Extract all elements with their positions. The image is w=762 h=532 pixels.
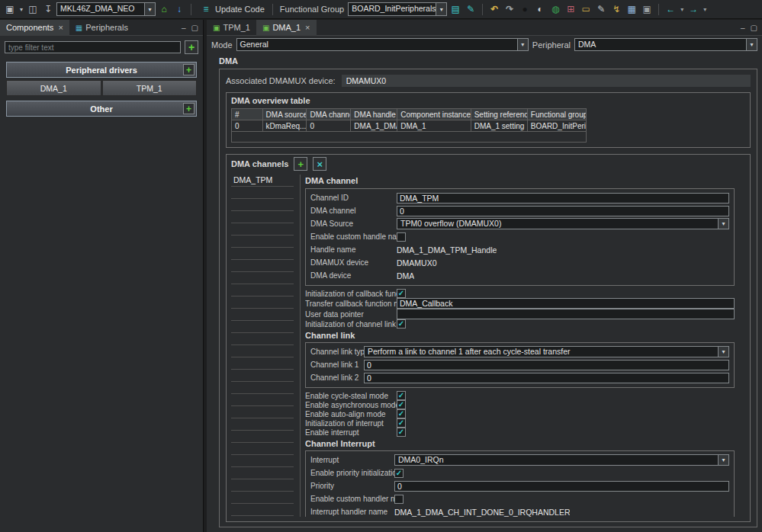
column-header[interactable]: # xyxy=(232,109,263,120)
chip-icon[interactable]: ▣ xyxy=(640,2,654,16)
overview-table[interactable]: # DMA source DMA channel DMA handle ID C… xyxy=(231,108,587,143)
section-peripheral-drivers[interactable]: Peripheral drivers + xyxy=(6,62,197,78)
pencil-icon[interactable]: ✎ xyxy=(594,2,608,16)
home-icon[interactable]: ⌂ xyxy=(157,2,171,16)
minimize-icon[interactable]: – xyxy=(182,24,186,32)
channel-list-item[interactable]: DMA_TPM xyxy=(231,175,294,187)
restore-icon[interactable]: ▢ xyxy=(751,24,757,32)
enable-interrupt-checkbox[interactable]: ✓ xyxy=(397,428,406,437)
remove-channel-button[interactable]: × xyxy=(313,157,326,171)
chevron-down-icon[interactable]: ▾ xyxy=(517,39,528,50)
tab-dma-1[interactable]: ▣ DMA_1 × xyxy=(256,20,317,36)
field-row-dma-channel: DMA channel xyxy=(310,204,729,217)
minimize-icon[interactable]: – xyxy=(741,24,745,32)
add-other-component-button[interactable]: + xyxy=(183,103,195,114)
column-header[interactable]: Setting reference xyxy=(471,109,527,120)
mode-combo[interactable]: General ▾ xyxy=(236,38,529,51)
component-dma-1-button[interactable]: DMA_1 xyxy=(6,80,101,96)
close-icon[interactable]: × xyxy=(305,23,310,32)
compare-icon[interactable]: ◐ xyxy=(533,2,547,16)
peripheral-value: DMA xyxy=(575,39,746,50)
field-row-user-data-pointer: User data pointer xyxy=(305,309,735,319)
field-row-interrupt: Interrupt DMA0_IRQn ▾ xyxy=(310,453,729,466)
chevron-down-icon[interactable]: ▾ xyxy=(436,3,446,15)
interrupt-combo[interactable]: DMA0_IRQn ▾ xyxy=(394,454,729,466)
tab-components[interactable]: Components × xyxy=(0,20,69,36)
chevron-down-icon[interactable]: ▾ xyxy=(746,39,757,50)
add-channel-button[interactable]: + xyxy=(294,157,307,171)
channel-id-input[interactable] xyxy=(397,193,729,204)
download-icon[interactable]: ↓ xyxy=(172,2,186,16)
add-peripheral-driver-button[interactable]: + xyxy=(183,64,195,75)
enable-custom-handler-checkbox[interactable] xyxy=(394,495,404,504)
table-row[interactable]: 0 kDmaReq... 0 DMA_1_DMA... DMA_1 DMA_1 … xyxy=(232,120,587,132)
filter-input[interactable] xyxy=(5,41,181,53)
field-label: Enable auto-align mode xyxy=(305,410,397,418)
field-row-priority: Priority xyxy=(310,479,729,492)
section-label: Peripheral drivers xyxy=(7,66,196,75)
enable-auto-align-checkbox[interactable]: ✓ xyxy=(397,409,406,418)
enable-asynchronous-checkbox[interactable]: ✓ xyxy=(397,400,406,409)
enable-cycle-steal-checkbox[interactable]: ✓ xyxy=(397,391,406,400)
channel-link-1-input[interactable] xyxy=(364,360,729,370)
update-code-button[interactable]: ≡ Update Code xyxy=(196,2,268,17)
component-tpm-1-button[interactable]: TPM_1 xyxy=(102,80,198,96)
mcu-selector-combo[interactable]: MKL46Z_DMA_NEO ▾ xyxy=(56,2,156,16)
section-other[interactable]: Other + xyxy=(6,101,197,117)
field-label: Channel link type xyxy=(310,348,364,356)
tab-tpm-1[interactable]: ▣ TPM_1 xyxy=(207,20,256,36)
globe-icon[interactable]: ◍ xyxy=(548,2,562,16)
column-header[interactable]: DMA handle ID xyxy=(351,109,397,120)
chevron-down-icon[interactable]: ▾ xyxy=(718,219,728,229)
column-header[interactable]: DMA channel xyxy=(307,109,351,120)
redo-icon[interactable]: ↷ xyxy=(503,2,516,16)
dma-settings-content: DMA Associated DMAMUX device: DMAMUX0 DM… xyxy=(207,53,762,532)
channel-link-type-combo[interactable]: Perform a link to channel 1 after each c… xyxy=(364,346,729,357)
associated-dmamux-row: Associated DMAMUX device: DMAMUX0 xyxy=(226,74,751,87)
init-channel-link-checkbox[interactable]: ✓ xyxy=(397,319,406,328)
new-dropdown-arrow-icon[interactable]: ▾ xyxy=(18,2,24,16)
enable-priority-init-checkbox[interactable]: ✓ xyxy=(394,469,404,478)
chevron-down-icon[interactable]: ▾ xyxy=(144,3,155,15)
init-callback-checkbox[interactable]: ✓ xyxy=(397,289,406,298)
new-configuration-icon[interactable]: ▣ xyxy=(3,2,17,16)
chevron-down-icon[interactable]: ▾ xyxy=(718,455,728,465)
close-icon[interactable]: × xyxy=(58,23,63,32)
table-view-icon[interactable]: ▦ xyxy=(625,2,638,16)
save-icon[interactable]: ◫ xyxy=(26,2,40,16)
peripherals-tool-icon[interactable]: ⊞ xyxy=(564,2,577,16)
flash-icon[interactable]: ↯ xyxy=(609,2,623,16)
tab-peripherals[interactable]: ▦ Peripherals xyxy=(69,20,134,36)
chevron-down-icon[interactable]: ▾ xyxy=(718,347,728,357)
add-component-button[interactable]: + xyxy=(185,40,198,54)
restore-icon[interactable]: ▢ xyxy=(191,24,198,32)
folder-icon[interactable]: ▭ xyxy=(579,2,593,16)
nav-forward-icon[interactable]: → xyxy=(686,2,700,16)
enable-custom-handle-name-checkbox[interactable] xyxy=(397,232,406,242)
column-header[interactable]: DMA source xyxy=(262,109,307,120)
nav-back-icon[interactable]: ← xyxy=(664,2,677,16)
nav-back-more-icon[interactable]: ▾ xyxy=(679,2,685,16)
channel-link-2-input[interactable] xyxy=(364,373,729,383)
priority-input[interactable] xyxy=(394,481,729,492)
channel-interrupt-box: Interrupt DMA0_IRQn ▾ Enable priority in… xyxy=(305,450,735,517)
field-label: DMA device xyxy=(310,271,397,280)
column-header[interactable]: Functional group xyxy=(527,109,586,120)
init-interrupt-checkbox[interactable]: ✓ xyxy=(397,418,406,428)
dma-channel-list[interactable]: DMA_TPM xyxy=(231,175,294,517)
functional-group-combo[interactable]: BOARD_InitPeripherals ▾ xyxy=(348,2,447,16)
functional-group-edit-icon[interactable]: ✎ xyxy=(464,2,477,16)
undo-icon[interactable]: ↶ xyxy=(487,2,501,16)
dma-source-combo[interactable]: TPM0 overflow (DMAMUX0) ▾ xyxy=(397,218,729,229)
interrupt-value: DMA0_IRQn xyxy=(395,455,718,465)
dma-channel-input[interactable] xyxy=(397,206,729,216)
transfer-callback-input[interactable] xyxy=(397,298,735,309)
functional-group-table-icon[interactable]: ▤ xyxy=(449,2,462,16)
peripheral-label: Peripheral xyxy=(532,40,571,50)
nav-forward-more-icon[interactable]: ▾ xyxy=(702,2,708,16)
column-header[interactable]: Component instance xyxy=(397,109,471,120)
theme-icon[interactable]: ● xyxy=(518,2,532,16)
user-data-pointer-input[interactable] xyxy=(397,309,735,319)
import-icon[interactable]: ↧ xyxy=(41,2,55,16)
peripheral-combo[interactable]: DMA ▾ xyxy=(574,38,757,51)
